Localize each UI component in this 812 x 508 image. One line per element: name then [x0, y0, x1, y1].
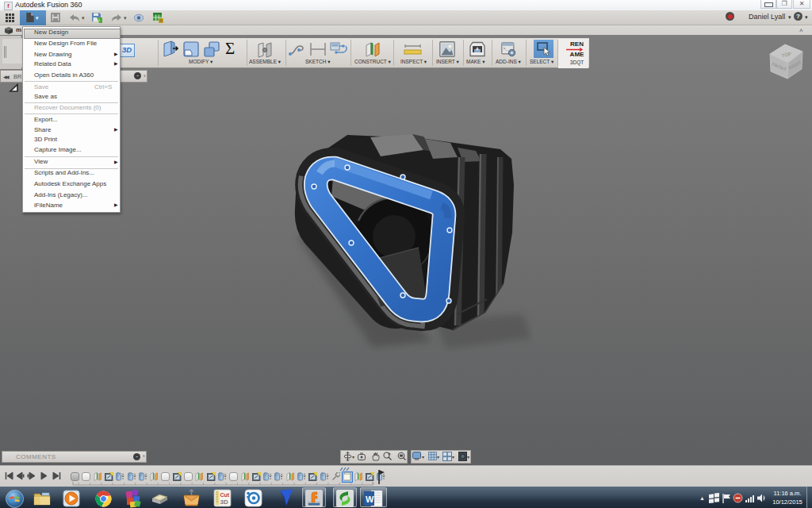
svg-text:3D: 3D	[220, 498, 228, 506]
svg-text:Cut: Cut	[220, 492, 230, 498]
svg-text:>_: >_	[504, 47, 509, 52]
svg-text:W: W	[366, 495, 374, 504]
